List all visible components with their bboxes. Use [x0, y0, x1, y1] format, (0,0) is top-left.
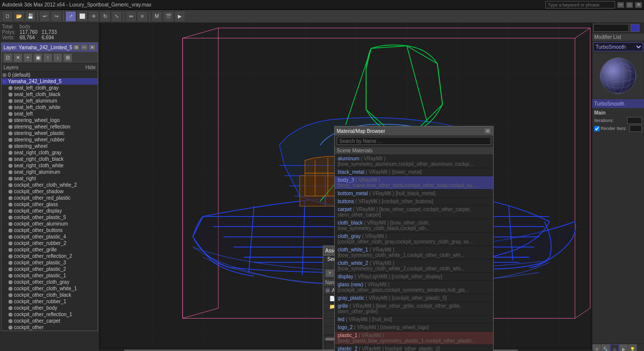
- layer-list-item[interactable]: cockpit_other_grille: [1, 246, 98, 253]
- layer-list-item[interactable]: cockpit_other_plastic_1: [1, 272, 98, 279]
- layer-list-item[interactable]: cockpit_other_reflection_1: [1, 311, 98, 318]
- layer-list-item[interactable]: cockpit_other_plastic_4: [1, 234, 98, 240]
- layer-list-item[interactable]: seat_right: [1, 175, 98, 182]
- list-item[interactable]: plastic_2 ( VRayMtl ) [cockpit_other_pla…: [335, 345, 493, 351]
- layer-add-btn[interactable]: +: [23, 53, 32, 62]
- layer-list-item[interactable]: cockpit_other_buttons: [1, 227, 98, 234]
- layer-list-item[interactable]: cockpit_other_aluminum: [1, 221, 98, 227]
- list-item[interactable]: cloth_white_1 ( VRayMtl ) [bow_symmetry_…: [335, 246, 493, 259]
- save-button[interactable]: 💾: [25, 11, 36, 22]
- list-item[interactable]: body_3 ( VRayMtl ) [body_frame,bow_other…: [335, 176, 493, 190]
- layer-window-close[interactable]: ✕: [89, 44, 96, 50]
- mirror-button[interactable]: ⇔: [126, 11, 136, 22]
- redo-button[interactable]: ↪: [51, 11, 62, 22]
- layer-expand-btn[interactable]: ⊞: [63, 53, 72, 62]
- render-setup-button[interactable]: 🎬: [163, 11, 174, 22]
- maximize-button[interactable]: □: [626, 2, 633, 8]
- move-button[interactable]: ✛: [88, 11, 99, 22]
- layer-list-item[interactable]: seat_right_cloth_black: [1, 156, 98, 162]
- layer-select-btn[interactable]: ▣: [33, 53, 42, 62]
- new-button[interactable]: 🗋: [2, 11, 13, 22]
- select-region-button[interactable]: ⬜: [77, 11, 88, 22]
- layer-new-btn[interactable]: 🗋: [3, 53, 12, 62]
- list-item[interactable]: glass (new) ( VRayMtl ) [cockpit_other_g…: [335, 281, 493, 294]
- display-tab[interactable]: 💡: [628, 344, 637, 351]
- list-item[interactable]: led ( VRayMtl ) [hull_led]: [335, 316, 493, 324]
- list-item[interactable]: cloth_black ( VRayMtl ) [bow_other_cloth…: [335, 219, 493, 233]
- layer-list-item[interactable]: seat_right_cloth_white: [1, 162, 98, 169]
- layer-list-item[interactable]: seat_left_cloth_black: [1, 91, 98, 98]
- list-item[interactable]: logo_2 ( VRayMtl ) [steering_wheel_logo]: [335, 324, 493, 332]
- list-item[interactable]: carpet ( VRayMtl ) [bow_other_carpet, co…: [335, 206, 493, 219]
- list-item[interactable]: cloth_white_2 ( VRayMtl ) [bow_symmetry_…: [335, 259, 493, 273]
- layer-list-item[interactable]: cockpit_other_shadow: [1, 188, 98, 195]
- layer-list-item[interactable]: steering_wheel_logo: [1, 117, 98, 123]
- layer-list-item[interactable]: Yamaha_242_Limited_5: [1, 78, 98, 85]
- select-button[interactable]: ↗: [65, 11, 76, 22]
- layer-list-item[interactable]: cockpit_other_body: [1, 305, 98, 311]
- hierarchy-tab[interactable]: △: [610, 344, 619, 351]
- layer-list-item[interactable]: seat_right_cloth_gray: [1, 149, 98, 156]
- layer-list-item[interactable]: cockpit_other_cloth_gray: [1, 279, 98, 285]
- asset-help-btn[interactable]: ?: [325, 269, 334, 277]
- align-button[interactable]: ≡: [137, 11, 148, 22]
- material-editor-button[interactable]: M: [151, 11, 162, 22]
- list-item[interactable]: aluminum ( VRayMtl ) [bow_symmetry_alumi…: [335, 155, 493, 168]
- global-search-input[interactable]: [545, 1, 615, 8]
- layer-list-item[interactable]: seat_left_aluminum: [1, 98, 98, 104]
- layer-window-settings[interactable]: ⚙: [73, 44, 80, 50]
- layer-list-item[interactable]: cockpit_other_cloth_white_1: [1, 285, 98, 292]
- layer-list-item[interactable]: cockpit_other_display: [1, 208, 98, 214]
- layer-list-item[interactable]: steering_wheel_rubber: [1, 136, 98, 143]
- scale-button[interactable]: ⤡: [111, 11, 122, 22]
- close-button[interactable]: ✕: [635, 2, 642, 8]
- material-window-close[interactable]: ✕: [484, 128, 491, 134]
- rotate-button[interactable]: ↻: [100, 11, 111, 22]
- layer-list-item[interactable]: seat_right_aluminum: [1, 169, 98, 175]
- layer-list-item[interactable]: cockpit_other_plastic_5: [1, 214, 98, 221]
- layer-list-item[interactable]: cockpit_other_cloth_white_2: [1, 182, 98, 188]
- layer-list-item[interactable]: cockpit_other_rubber_1: [1, 298, 98, 305]
- layer-list-item[interactable]: seat_left: [1, 111, 98, 117]
- iterations-input[interactable]: 2: [627, 117, 642, 124]
- layer-list-item[interactable]: cockpit_other: [1, 324, 98, 331]
- minimize-button[interactable]: ─: [617, 2, 624, 8]
- render-iters-input[interactable]: 2: [630, 125, 642, 132]
- material-search-input[interactable]: [337, 137, 491, 145]
- list-item[interactable]: buttons ( VRayMtl ) [cockpit_other_butto…: [335, 198, 493, 206]
- open-button[interactable]: 📂: [13, 11, 24, 22]
- render-button[interactable]: ▶: [174, 11, 185, 22]
- object-name-input[interactable]: body: [593, 24, 629, 32]
- create-tab[interactable]: ✛: [592, 344, 601, 351]
- motion-tab[interactable]: ▶: [619, 344, 628, 351]
- layer-list-item[interactable]: seat_left_cloth_white: [1, 104, 98, 111]
- layer-list-item[interactable]: seat_left_cloth_gray: [1, 85, 98, 91]
- layer-move-down-btn[interactable]: ↓: [53, 53, 62, 62]
- color-swatch[interactable]: [631, 24, 640, 32]
- layer-list-item[interactable]: 0 (default): [1, 72, 98, 78]
- modifier-dropdown[interactable]: TurboSmooth: [593, 42, 643, 51]
- layer-list-item[interactable]: cockpit_other_red_plastic: [1, 195, 98, 201]
- layer-list-item[interactable]: cockpit_other_glass: [1, 201, 98, 208]
- layer-list-item[interactable]: cockpit_other_reflection_2: [1, 253, 98, 259]
- layer-window-minimize[interactable]: ─: [81, 44, 88, 50]
- list-item[interactable]: display ( VRayLightMtl ) [cockpit_other_…: [335, 273, 493, 281]
- list-item[interactable]: bottom_metal ( VRayMtl ) [hull_black_met…: [335, 190, 493, 198]
- layer-list-item[interactable]: cockpit_other_rubber_2: [1, 240, 98, 246]
- layer-list-item[interactable]: cockpit_other_cloth_black: [1, 292, 98, 298]
- layer-list-item[interactable]: cockpit_other_plastic_3: [1, 259, 98, 266]
- layer-delete-btn[interactable]: ✕: [13, 53, 22, 62]
- layer-list-item[interactable]: steering_wheel_reflection: [1, 123, 98, 130]
- list-item[interactable]: black_metal ( VRayMtl ) [tower_metal]: [335, 168, 493, 176]
- list-item[interactable]: cloth_gray ( VRayMtl ) [cockpit_other_cl…: [335, 233, 493, 246]
- list-item[interactable]: gray_plastic ( VRayMtl ) [cockpit_other_…: [335, 294, 493, 302]
- list-item[interactable]: grille ( VRayMtl ) [bow_other_grille, co…: [335, 302, 493, 316]
- modify-tab[interactable]: 🔧: [601, 344, 610, 351]
- render-iters-checkbox[interactable]: [594, 126, 600, 131]
- layer-list-item[interactable]: steering_wheel_plastic: [1, 130, 98, 136]
- undo-button[interactable]: ↩: [39, 11, 50, 22]
- list-item[interactable]: plastic_1 ( VRayMtl ) [body_plastic,bow_…: [335, 332, 493, 345]
- layer-list-item[interactable]: cockpit_other_carpet: [1, 318, 98, 324]
- layer-list-item[interactable]: cockpit_other_plastic_2: [1, 266, 98, 272]
- layer-list-item[interactable]: steering_wheel: [1, 143, 98, 149]
